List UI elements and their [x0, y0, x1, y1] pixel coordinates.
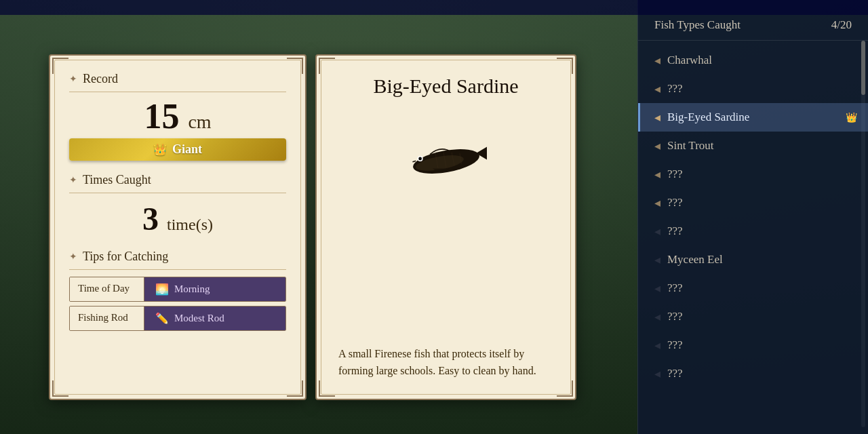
fish-list-item[interactable]: ◂Charwhal	[638, 46, 868, 75]
rod-icon: ✏️	[155, 312, 169, 325]
fish-item-name: ???	[667, 281, 857, 295]
fish-list-item[interactable]: ◂???	[638, 331, 868, 359]
diamond-icon-2: ✦	[69, 174, 77, 186]
fish-list-item[interactable]: ◂???	[638, 160, 868, 189]
corner-br	[287, 380, 303, 397]
times-unit: time(s)	[167, 216, 213, 233]
fish-item-name: Sint Trout	[667, 139, 857, 153]
fish-item-name: ???	[667, 224, 857, 238]
fish-list-icon: ◂	[654, 366, 660, 381]
corner-tl	[52, 58, 68, 74]
fish-corner-br	[557, 380, 573, 397]
fish-item-name: Charwhal	[667, 54, 857, 67]
times-caught-label: Times Caught	[83, 173, 151, 187]
fish-list-item[interactable]: ◂???	[638, 217, 868, 245]
record-unit: cm	[188, 111, 211, 132]
svg-point-4	[418, 157, 422, 161]
fish-item-name: ???	[667, 367, 857, 380]
fish-list-icon: ◂	[654, 81, 660, 96]
fish-item-name: Big-Eyed Sardine	[667, 111, 839, 124]
giant-badge: 👑 Giant	[69, 138, 286, 161]
fishing-rod-row: Fishing Rod ✏️ Modest Rod	[69, 306, 286, 331]
fish-item-name: Myceen Eel	[667, 253, 857, 267]
fish-list-item[interactable]: ◂Big-Eyed Sardine👑	[638, 103, 868, 132]
fish-list-icon: ◂	[654, 309, 660, 324]
fish-corner-bl	[319, 380, 335, 397]
title-bar	[0, 0, 868, 15]
fish-list-item[interactable]: ◂???	[638, 189, 868, 217]
fish-item-name: ???	[667, 196, 857, 210]
fish-item-name: ???	[667, 82, 857, 96]
fish-list-icon: ◂	[654, 252, 660, 267]
fish-list-item[interactable]: ◂???	[638, 359, 868, 388]
fish-list-icon: ◂	[654, 53, 660, 68]
record-card: ✦ Record 15 cm 👑 Giant ✦ Times Caught 3 …	[49, 54, 307, 400]
fish-types-label: Fish Types Caught	[654, 18, 741, 32]
time-label: Time of Day	[70, 277, 144, 301]
fish-item-name: ???	[667, 338, 857, 352]
times-number: 3	[142, 201, 159, 237]
record-header: ✦ Record	[69, 72, 286, 92]
corner-tr	[287, 58, 303, 74]
fish-name: Big-Eyed Sardine	[373, 75, 518, 98]
fish-list-icon: ◂	[654, 338, 660, 353]
fish-item-name: ???	[667, 310, 857, 323]
fish-list-icon: ◂	[654, 110, 660, 125]
crown-icon: 👑	[153, 143, 167, 156]
record-number: 15	[144, 97, 179, 136]
fish-list-item[interactable]: ◂???	[638, 274, 868, 302]
corner-bl	[52, 380, 68, 397]
rod-label: Fishing Rod	[70, 307, 144, 330]
fish-card: Big-Eyed Sardine A small Firenese fish t	[315, 54, 576, 400]
times-caught-section: ✦ Times Caught 3 time(s)	[69, 173, 286, 237]
diamond-icon: ✦	[69, 73, 77, 85]
fish-list-icon: ◂	[654, 138, 660, 153]
fish-corner-tr	[557, 58, 573, 74]
badge-label: Giant	[172, 142, 202, 157]
tips-grid: Time of Day 🌅 Morning Fishing Rod ✏️ Mod…	[69, 277, 286, 331]
fish-list-panel: Fish Types Caught 4/20 ◂Charwhal◂???◂Big…	[637, 0, 868, 434]
time-value: 🌅 Morning	[144, 277, 285, 301]
record-size: 15 cm	[69, 99, 286, 134]
fish-list-icon: ◂	[654, 195, 660, 210]
fish-list-item[interactable]: ◂Myceen Eel	[638, 245, 868, 274]
fish-item-name: ???	[667, 167, 857, 181]
fish-list-item[interactable]: ◂Sint Trout	[638, 132, 868, 160]
times-value: 3 time(s)	[69, 200, 286, 237]
rod-value: ✏️ Modest Rod	[144, 307, 285, 330]
fish-list-item[interactable]: ◂???	[638, 302, 868, 331]
morning-icon: 🌅	[155, 283, 169, 296]
fish-drawing	[392, 132, 500, 186]
crown-badge: 👑	[846, 112, 857, 123]
fish-illustration	[385, 118, 507, 199]
fish-list-item[interactable]: ◂???	[638, 75, 868, 103]
record-label: Record	[83, 72, 118, 86]
fish-list: ◂Charwhal◂???◂Big-Eyed Sardine👑◂Sint Tro…	[638, 46, 868, 388]
fish-count: 4/20	[831, 18, 852, 32]
time-of-day-row: Time of Day 🌅 Morning	[69, 277, 286, 302]
rod-text: Modest Rod	[174, 313, 224, 324]
fish-corner-tl	[319, 58, 335, 74]
tips-label: Tips for Catching	[83, 250, 168, 264]
tips-section: ✦ Tips for Catching Time of Day 🌅 Mornin…	[69, 250, 286, 331]
time-text: Morning	[174, 283, 210, 295]
svg-line-5	[412, 161, 416, 162]
times-caught-header: ✦ Times Caught	[69, 173, 286, 193]
tips-header: ✦ Tips for Catching	[69, 250, 286, 270]
fish-list-icon: ◂	[654, 224, 660, 239]
fish-description: A small Firenese fish that protects itse…	[338, 345, 553, 380]
diamond-icon-3: ✦	[69, 251, 77, 262]
fish-list-icon: ◂	[654, 167, 660, 182]
fish-list-icon: ◂	[654, 281, 660, 296]
